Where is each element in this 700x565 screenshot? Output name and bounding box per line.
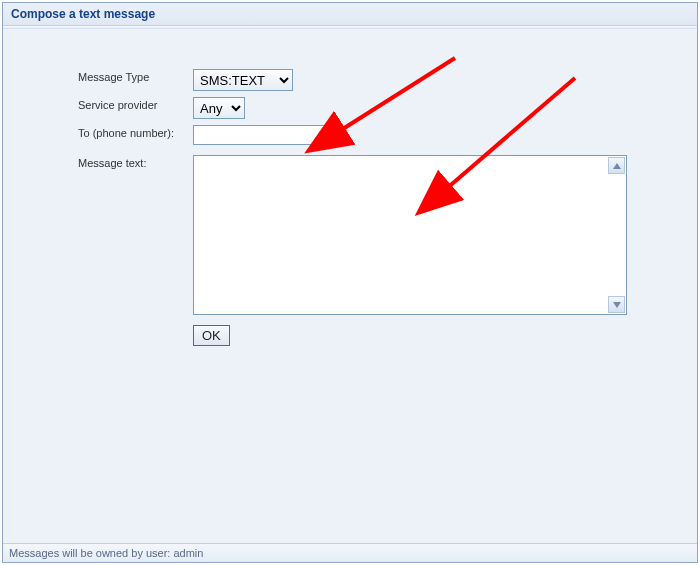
label-message-text: Message text: bbox=[3, 155, 193, 169]
message-text-textarea[interactable] bbox=[194, 156, 608, 314]
message-type-select[interactable]: SMS:TEXT bbox=[193, 69, 293, 91]
chevron-up-icon bbox=[613, 163, 621, 169]
label-to: To (phone number): bbox=[3, 125, 193, 139]
row-ok: OK bbox=[3, 325, 697, 346]
chevron-down-icon bbox=[613, 302, 621, 308]
row-to: To (phone number): bbox=[3, 125, 697, 145]
message-text-wrap bbox=[193, 155, 627, 315]
scroll-up-button[interactable] bbox=[608, 157, 625, 174]
label-service-provider: Service provider bbox=[3, 97, 193, 111]
to-phone-input[interactable] bbox=[193, 125, 331, 145]
row-service-provider: Service provider Any bbox=[3, 97, 697, 119]
form-area: Message Type SMS:TEXT Service provider A… bbox=[3, 29, 697, 346]
ok-button[interactable]: OK bbox=[193, 325, 230, 346]
status-bar: Messages will be owned by user: admin bbox=[3, 543, 697, 562]
row-message-type: Message Type SMS:TEXT bbox=[3, 69, 697, 91]
panel-title: Compose a text message bbox=[3, 3, 697, 26]
row-message-text: Message text: bbox=[3, 155, 697, 315]
scroll-down-button[interactable] bbox=[608, 296, 625, 313]
service-provider-select[interactable]: Any bbox=[193, 97, 245, 119]
label-message-type: Message Type bbox=[3, 69, 193, 83]
compose-panel: Compose a text message Message Type SMS:… bbox=[2, 2, 698, 563]
